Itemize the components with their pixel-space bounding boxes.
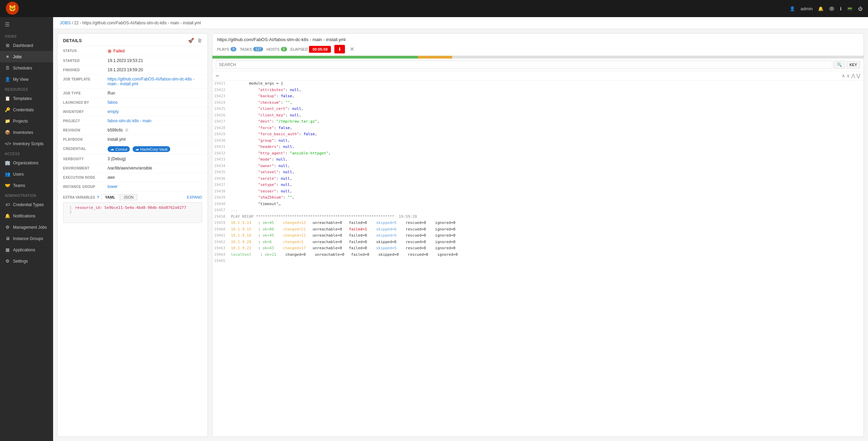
inventory-link[interactable]: empty	[108, 109, 119, 114]
launch-icon[interactable]: 🚀	[188, 38, 194, 43]
playbook-label: PLAYBOOK	[63, 137, 108, 141]
log-row: 19430 "group": null,	[212, 138, 864, 144]
sidebar-item-management-jobs[interactable]: ⚙ Management Jobs	[0, 222, 53, 233]
log-row: 19428 "force": false,	[212, 125, 864, 131]
sidebar-item-inventory-scripts[interactable]: </> Inventory Scripts	[0, 138, 53, 149]
output-log[interactable]: 19421 module_args = {19422 "attributes":…	[212, 80, 864, 437]
log-row: 19429 "force_basic_auth": false,	[212, 131, 864, 138]
instance-group-value: tower	[108, 184, 202, 189]
job-template-link[interactable]: https://github.com/FabOS-AI/fabos-slm-dc…	[108, 77, 194, 86]
sidebar-item-credential-types[interactable]: 🏷 Credential Types	[0, 199, 53, 210]
power-icon[interactable]: ⏻	[858, 6, 863, 11]
elapsed-label: ELAPSED	[290, 47, 308, 51]
log-row: 19439 "sha256sum": "",	[212, 194, 864, 201]
arrow-down[interactable]: ∨	[846, 73, 850, 78]
arrow-up[interactable]: ∧	[842, 73, 845, 78]
log-content: "attributes": null,	[230, 87, 864, 93]
project-link[interactable]: fabos-slm-dc-k8s - main	[108, 118, 151, 123]
line-number: 19458	[212, 214, 230, 220]
plays-stat: PLAYS 9	[217, 47, 236, 51]
instance-group-link[interactable]: tower	[108, 184, 117, 189]
sidebar-item-myview[interactable]: 👤 My View	[0, 74, 53, 85]
log-row: 19436 "serole": null,	[212, 176, 864, 182]
instance-groups-icon: 🖥	[5, 236, 10, 241]
inventory-row: INVENTORY empty	[58, 107, 208, 116]
sidebar-item-notifications[interactable]: 🔔 Notifications	[0, 210, 53, 222]
sidebar-item-projects[interactable]: 📁 Projects	[0, 115, 53, 127]
log-content: 10.1.9.15 : ok=80 changed=21 unreachable…	[230, 227, 864, 232]
log-content: 10.1.9.14 : ok=45 changed=12 unreachable…	[230, 220, 864, 226]
sidebar-item-dashboard[interactable]: ⊞ Dashboard	[0, 40, 53, 51]
sidebar-item-teams[interactable]: 🤝 Teams	[0, 180, 53, 191]
tasks-label: TASKS	[240, 47, 252, 51]
sidebar-item-users[interactable]: 👥 Users	[0, 168, 53, 180]
management-jobs-icon: ⚙	[5, 225, 10, 230]
sidebar-item-credentials[interactable]: 🔑 Credentials	[0, 104, 53, 115]
organizations-icon: 🏢	[5, 160, 10, 165]
progress-bar	[212, 56, 864, 59]
tab-json[interactable]: JSON	[120, 194, 137, 200]
line-number: 19436	[212, 176, 230, 182]
job-template-label: JOB TEMPLATE	[63, 77, 108, 81]
line-number: 19462	[212, 239, 230, 245]
finished-label: FINISHED	[63, 67, 108, 72]
log-content: "dest": "/tmp/krew.tar.gz",	[230, 119, 864, 125]
sidebar-item-label: Instance Groups	[13, 236, 43, 241]
search-button[interactable]: 🔍	[834, 61, 845, 69]
sidebar-item-instance-groups[interactable]: 🖥 Instance Groups	[0, 233, 53, 244]
log-row: 19422 "attributes": null,	[212, 87, 864, 93]
line-number: 19430	[212, 138, 230, 144]
sidebar-item-jobs[interactable]: ≡ Jobs	[0, 51, 53, 62]
info-icon[interactable]: ℹ	[840, 6, 842, 11]
line-number: 19433	[212, 157, 230, 163]
copy-icon[interactable]: ⎘	[126, 128, 128, 133]
revision-row: REVISION b599c6c ⎘	[58, 126, 208, 135]
sidebar-item-organizations[interactable]: 🏢 Organizations	[0, 157, 53, 168]
extra-vars-code: 1 resource_id: 5e9bce11-5e4a-4bd8-90db-6…	[63, 202, 202, 223]
sidebar-item-schedules[interactable]: 🗓 Schedules	[0, 62, 53, 74]
expand-button[interactable]: EXPAND	[187, 195, 202, 199]
applications-icon: ▦	[5, 247, 10, 252]
log-row: 19423 "backup": false,	[212, 93, 864, 100]
breadcrumb-current: 22 - https://github.com/FabOS-AI/fabos-s…	[74, 21, 201, 25]
arrow-top[interactable]: ⋀	[851, 73, 855, 78]
launched-by-label: LAUNCHED BY	[63, 100, 108, 104]
breadcrumb-jobs-link[interactable]: JOBS	[60, 21, 71, 25]
line-number: 19429	[212, 131, 230, 137]
terminal-icon[interactable]: 📟	[847, 6, 853, 11]
sidebar-item-label: Organizations	[13, 161, 38, 165]
code-content-1: resource_id: 5e9bce11-5e4a-4bd8-90db-66d…	[75, 205, 186, 210]
sidebar-item-label: Teams	[13, 183, 25, 188]
output-title: https://github.com/FabOS-AI/fabos-slm-dc…	[217, 37, 859, 42]
project-value: fabos-slm-dc-k8s - main	[108, 118, 202, 123]
top-header: 🐱 👤 admin 🔔 0 ℹ 📟 ⏻	[0, 0, 868, 17]
line-number: 19440	[212, 201, 230, 207]
arrow-bottom[interactable]: ⋁	[856, 73, 860, 78]
sidebar-item-label: Management Jobs	[13, 225, 47, 230]
tasks-badge: 127	[253, 47, 263, 51]
log-row: 1945910.1.9.14 : ok=45 changed=12 unreac…	[212, 220, 864, 226]
bell-icon[interactable]: 🔔	[818, 6, 823, 11]
launched-by-link[interactable]: fabos	[108, 100, 117, 105]
settings-icon: ⚙	[5, 259, 10, 264]
key-button[interactable]: KEY	[846, 61, 860, 68]
hamburger-menu[interactable]: ☰	[0, 17, 53, 32]
delete-icon[interactable]: 🗑	[197, 38, 202, 43]
tab-yaml[interactable]: YAML	[101, 194, 119, 200]
sidebar-item-applications[interactable]: ▦ Applications	[0, 244, 53, 255]
close-button[interactable]: ✕	[350, 46, 354, 52]
sidebar-item-label: Users	[13, 172, 24, 177]
sidebar-item-inventories[interactable]: 📦 Inventories	[0, 127, 53, 138]
teams-icon: 🤝	[5, 183, 10, 188]
log-content: 10.1.9.20 : ok=6 changed=1 unreachable=0…	[230, 239, 864, 245]
log-content: module_args = {	[230, 81, 864, 87]
sidebar-item-templates[interactable]: 📋 Templates	[0, 93, 53, 104]
search-input[interactable]	[216, 61, 832, 69]
sidebar-item-settings[interactable]: ⚙ Settings	[0, 255, 53, 267]
sidebar-item-label: Jobs	[13, 54, 22, 59]
line-number: 19425	[212, 106, 230, 112]
download-button[interactable]: ⬇	[334, 45, 345, 53]
extra-vars-help-icon[interactable]: ?	[97, 196, 99, 199]
line-number: 19431	[212, 144, 230, 150]
log-row: 19433 "mode": null,	[212, 156, 864, 163]
